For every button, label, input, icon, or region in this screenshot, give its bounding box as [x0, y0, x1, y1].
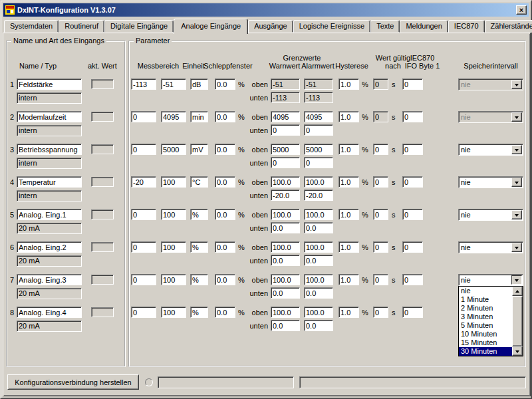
- range-min-input[interactable]: [131, 307, 156, 318]
- hysterese-input[interactable]: [338, 111, 359, 122]
- unit-input[interactable]: [190, 78, 208, 90]
- speicherintervall-combobox[interactable]: nie: [458, 209, 523, 221]
- range-max-input[interactable]: [161, 274, 186, 285]
- dropdown-item[interactable]: 3 Minuten: [459, 313, 512, 321]
- name-input[interactable]: [17, 209, 82, 220]
- schleppfenster-input[interactable]: [215, 274, 235, 285]
- speicherintervall-combobox[interactable]: nie: [458, 241, 523, 253]
- wert-gueltig-input[interactable]: [373, 274, 388, 285]
- alarmwert-oben-input[interactable]: [304, 111, 333, 122]
- warnwert-unten-input[interactable]: [271, 320, 300, 331]
- alarmwert-oben-input[interactable]: [304, 176, 333, 188]
- scrollbar-thumb[interactable]: [512, 296, 523, 346]
- dropdown-item[interactable]: 15 Minuten: [459, 338, 512, 347]
- range-min-input[interactable]: [131, 209, 156, 220]
- close-button[interactable]: ×: [516, 5, 527, 15]
- alarmwert-unten-input[interactable]: [304, 190, 333, 201]
- name-input[interactable]: [17, 144, 82, 155]
- scroll-up-button[interactable]: [512, 287, 523, 296]
- hysterese-input[interactable]: [338, 209, 359, 220]
- alarmwert-unten-input[interactable]: [304, 255, 333, 266]
- hysterese-input[interactable]: [338, 176, 359, 188]
- alarmwert-unten-input[interactable]: [304, 222, 333, 233]
- name-input[interactable]: [17, 307, 82, 318]
- scroll-down-button[interactable]: [512, 346, 523, 356]
- unit-input[interactable]: [190, 241, 208, 253]
- wert-gueltig-input[interactable]: [373, 209, 388, 220]
- unit-input[interactable]: [190, 176, 208, 188]
- combobox-dropdown-button[interactable]: [511, 145, 522, 154]
- range-min-input[interactable]: [131, 78, 156, 90]
- tab-meldungen[interactable]: Meldungen: [400, 20, 448, 33]
- iec870-input[interactable]: [402, 78, 423, 90]
- range-max-input[interactable]: [161, 176, 186, 188]
- speicherintervall-combobox[interactable]: nie: [458, 274, 523, 286]
- warnwert-oben-input[interactable]: [271, 144, 300, 155]
- connect-button[interactable]: Konfigurationsverbindung herstellen: [7, 374, 139, 390]
- range-max-input[interactable]: [161, 111, 186, 122]
- range-min-input[interactable]: [131, 111, 156, 122]
- warnwert-oben-input[interactable]: [271, 111, 300, 122]
- name-input[interactable]: [17, 241, 82, 253]
- range-max-input[interactable]: [161, 144, 186, 155]
- range-max-input[interactable]: [161, 209, 186, 220]
- iec870-input[interactable]: [402, 307, 423, 318]
- tab-iec870[interactable]: IEC870: [448, 20, 485, 33]
- schleppfenster-input[interactable]: [215, 176, 235, 188]
- alarmwert-unten-input[interactable]: [304, 157, 333, 168]
- alarmwert-oben-input[interactable]: [304, 209, 333, 220]
- unit-input[interactable]: [190, 111, 208, 122]
- alarmwert-oben-input[interactable]: [304, 241, 333, 253]
- alarmwert-unten-input[interactable]: [304, 124, 333, 136]
- iec870-input[interactable]: [402, 274, 423, 285]
- iec870-input[interactable]: [402, 144, 423, 155]
- hysterese-input[interactable]: [338, 307, 359, 318]
- iec870-input[interactable]: [402, 111, 423, 122]
- alarmwert-unten-input[interactable]: [304, 287, 333, 299]
- warnwert-unten-input[interactable]: [271, 255, 300, 266]
- tab-systemdaten[interactable]: Systemdaten: [4, 20, 59, 33]
- combobox-dropdown-button[interactable]: [511, 80, 522, 89]
- tab-logische-ereignisse[interactable]: Logische Ereignisse: [293, 20, 370, 33]
- tab-texte[interactable]: Texte: [370, 20, 400, 33]
- combobox-dropdown-button[interactable]: [511, 178, 522, 187]
- iec870-input[interactable]: [402, 176, 423, 188]
- iec870-input[interactable]: [402, 209, 423, 220]
- schleppfenster-input[interactable]: [215, 241, 235, 253]
- warnwert-oben-input[interactable]: [271, 241, 300, 253]
- name-input[interactable]: [17, 176, 82, 188]
- dropdown-scrollbar[interactable]: [512, 287, 523, 356]
- wert-gueltig-input[interactable]: [373, 176, 388, 188]
- warnwert-unten-input[interactable]: [271, 124, 300, 136]
- combobox-dropdown-button[interactable]: [511, 275, 522, 285]
- schleppfenster-input[interactable]: [215, 307, 235, 318]
- unit-input[interactable]: [190, 307, 208, 318]
- combobox-dropdown-button[interactable]: [511, 243, 522, 252]
- warnwert-oben-input[interactable]: [271, 274, 300, 285]
- tab-analoge-eing-nge[interactable]: Analoge Eingänge: [174, 19, 248, 34]
- unit-input[interactable]: [190, 144, 208, 155]
- hysterese-input[interactable]: [338, 241, 359, 253]
- schleppfenster-input[interactable]: [215, 78, 235, 90]
- range-min-input[interactable]: [131, 144, 156, 155]
- warnwert-unten-input[interactable]: [271, 190, 300, 201]
- schleppfenster-input[interactable]: [215, 144, 235, 155]
- warnwert-oben-input[interactable]: [271, 176, 300, 188]
- dropdown-item[interactable]: 30 Minuten: [459, 347, 512, 356]
- alarmwert-oben-input[interactable]: [304, 307, 333, 318]
- name-input[interactable]: [17, 111, 82, 122]
- range-max-input[interactable]: [161, 241, 186, 253]
- unit-input[interactable]: [190, 209, 208, 220]
- alarmwert-oben-input[interactable]: [304, 144, 333, 155]
- range-max-input[interactable]: [161, 307, 186, 318]
- wert-gueltig-input[interactable]: [373, 307, 388, 318]
- speicherintervall-combobox[interactable]: nie: [458, 176, 523, 188]
- hysterese-input[interactable]: [338, 274, 359, 285]
- unit-input[interactable]: [190, 274, 208, 285]
- warnwert-unten-input[interactable]: [271, 222, 300, 233]
- range-min-input[interactable]: [131, 274, 156, 285]
- combobox-dropdown-button[interactable]: [511, 112, 522, 122]
- warnwert-oben-input[interactable]: [271, 209, 300, 220]
- dropdown-item[interactable]: 10 Minuten: [459, 330, 512, 338]
- alarmwert-unten-input[interactable]: [304, 320, 333, 331]
